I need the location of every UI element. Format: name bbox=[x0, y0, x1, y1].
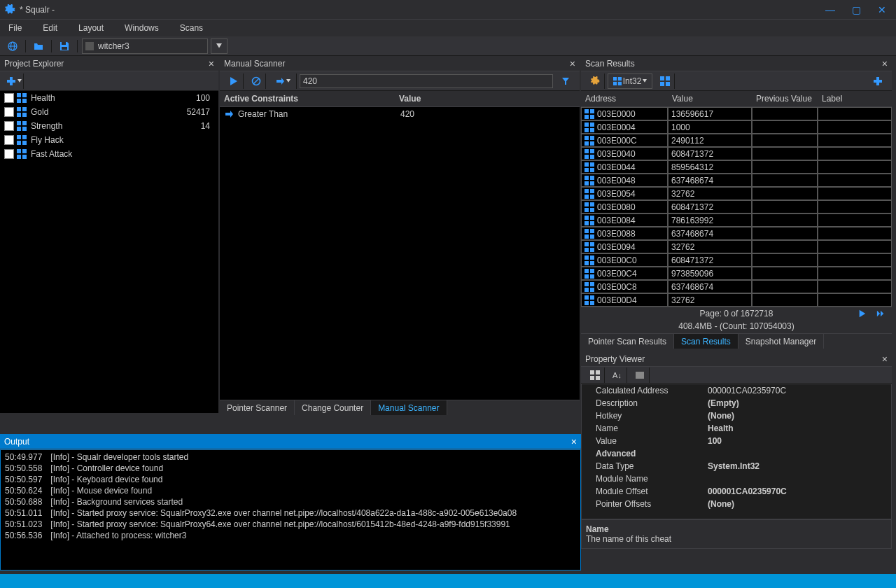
output-line: 50:49.977 [Info] - Squalr developer tool… bbox=[5, 451, 576, 463]
property-row[interactable]: Calculated Address000001CA0235970C bbox=[582, 384, 891, 397]
result-row[interactable]: 003E00D432762 bbox=[581, 293, 892, 307]
tab-manual-scanner[interactable]: Manual Scanner bbox=[371, 400, 447, 415]
results-refresh-button[interactable] bbox=[585, 74, 605, 89]
window-title: * Squalr - bbox=[20, 5, 825, 15]
result-row[interactable]: 003E0084786163992 bbox=[581, 214, 892, 227]
result-row[interactable]: 003E0048637468674 bbox=[581, 174, 892, 187]
property-row[interactable]: Hotkey(None) bbox=[582, 410, 891, 422]
property-row[interactable]: Description(Empty) bbox=[582, 397, 891, 410]
prop-page-button[interactable] bbox=[630, 368, 650, 383]
scan-filter-button[interactable] bbox=[556, 74, 575, 89]
constraints-header: Active Constraints bbox=[224, 94, 399, 104]
result-row[interactable]: 003E0088637468674 bbox=[581, 227, 892, 240]
grid-icon bbox=[584, 176, 594, 186]
globe-button[interactable] bbox=[4, 38, 21, 54]
property-viewer-close[interactable]: × bbox=[882, 354, 888, 365]
grid-icon bbox=[17, 107, 27, 117]
page-last-icon[interactable] bbox=[876, 309, 885, 318]
property-row[interactable]: Pointer Offsets(None) bbox=[582, 498, 891, 510]
project-item[interactable]: Fly Hack bbox=[0, 133, 218, 147]
data-type-selector[interactable]: Int32 bbox=[608, 74, 652, 89]
result-row[interactable]: 003E009432762 bbox=[581, 240, 892, 253]
constraint-row[interactable]: Greater Than 420 bbox=[220, 107, 580, 121]
grid-icon bbox=[17, 121, 27, 131]
property-category[interactable]: Advanced bbox=[582, 447, 891, 460]
checkbox[interactable] bbox=[4, 121, 14, 131]
project-explorer-close[interactable]: × bbox=[209, 58, 214, 69]
grid-icon bbox=[584, 282, 594, 292]
grid-icon bbox=[584, 162, 594, 172]
tab-snapshot-manager[interactable]: Snapshot Manager bbox=[738, 334, 824, 349]
grid-icon bbox=[584, 136, 594, 146]
result-row[interactable]: 003E0000136596617 bbox=[581, 107, 892, 120]
project-item[interactable]: Gold52417 bbox=[0, 105, 218, 119]
prop-sort-button[interactable]: A↓ bbox=[608, 368, 627, 383]
project-explorer-header: Project Explorer × bbox=[0, 56, 218, 71]
menu-file[interactable]: File bbox=[4, 22, 26, 34]
minimize-button[interactable]: — bbox=[825, 4, 835, 15]
scan-value-input[interactable] bbox=[300, 74, 553, 88]
checkbox[interactable] bbox=[4, 93, 14, 103]
output-line: 50:50.624 [Info] - Mouse device found bbox=[5, 485, 576, 496]
property-row[interactable]: NameHealth bbox=[582, 422, 891, 435]
result-row[interactable]: 003E00C4973859096 bbox=[581, 267, 892, 280]
project-item[interactable]: Health100 bbox=[0, 91, 218, 105]
add-item-button[interactable] bbox=[4, 74, 24, 89]
result-row[interactable]: 003E0044859564312 bbox=[581, 160, 892, 174]
prop-categorize-button[interactable] bbox=[585, 368, 605, 383]
grid-icon bbox=[584, 269, 594, 279]
main-toolbar: witcher3 bbox=[0, 36, 896, 56]
page-next-icon[interactable] bbox=[858, 309, 867, 318]
maximize-button[interactable]: ▢ bbox=[852, 4, 861, 15]
scan-results-close[interactable]: × bbox=[882, 58, 888, 69]
result-row[interactable]: 003E0080608471372 bbox=[581, 200, 892, 214]
open-button[interactable] bbox=[30, 38, 47, 54]
process-selector[interactable]: witcher3 bbox=[82, 38, 208, 54]
grid-icon bbox=[584, 242, 594, 252]
manual-scanner-close[interactable]: × bbox=[570, 58, 575, 69]
tab-pointer-scan-results[interactable]: Pointer Scan Results bbox=[581, 334, 674, 349]
grid-icon bbox=[584, 109, 594, 119]
menu-windows[interactable]: Windows bbox=[120, 22, 163, 34]
tab-change-counter[interactable]: Change Counter bbox=[295, 400, 371, 415]
process-name: witcher3 bbox=[98, 41, 130, 51]
result-row[interactable]: 003E00C0608471372 bbox=[581, 253, 892, 267]
property-row[interactable]: Module Offset000001CA0235970C bbox=[582, 485, 891, 498]
project-item[interactable]: Strength14 bbox=[0, 119, 218, 133]
close-button[interactable]: ✕ bbox=[878, 4, 886, 15]
process-dropdown[interactable] bbox=[211, 38, 227, 54]
titlebar: * Squalr - — ▢ ✕ bbox=[0, 0, 896, 20]
property-row[interactable]: Data TypeSystem.Int32 bbox=[582, 460, 891, 472]
grid-icon bbox=[584, 255, 594, 265]
save-button[interactable] bbox=[56, 38, 73, 54]
result-row[interactable]: 003E00041000 bbox=[581, 120, 892, 134]
grid-icon bbox=[584, 295, 594, 305]
output-close[interactable]: × bbox=[571, 436, 577, 447]
results-grid-button[interactable] bbox=[655, 74, 675, 89]
grid-icon bbox=[584, 202, 594, 212]
result-row[interactable]: 003E00C8637468674 bbox=[581, 280, 892, 293]
result-row[interactable]: 003E000C2490112 bbox=[581, 134, 892, 147]
scan-constraint-button[interactable] bbox=[269, 74, 297, 89]
menu-layout[interactable]: Layout bbox=[74, 22, 108, 34]
scan-stop-button[interactable] bbox=[246, 74, 266, 89]
property-row[interactable]: Module Name bbox=[582, 472, 891, 485]
manual-scanner-header: Manual Scanner × bbox=[220, 56, 580, 71]
checkbox[interactable] bbox=[4, 135, 14, 145]
result-row[interactable]: 003E005432762 bbox=[581, 187, 892, 200]
grid-icon bbox=[17, 93, 27, 103]
scan-start-button[interactable] bbox=[224, 74, 244, 89]
tab-pointer-scanner[interactable]: Pointer Scanner bbox=[220, 400, 295, 415]
results-add-button[interactable] bbox=[868, 74, 888, 89]
project-item[interactable]: Fast Attack bbox=[0, 147, 218, 161]
checkbox[interactable] bbox=[4, 149, 14, 159]
checkbox[interactable] bbox=[4, 107, 14, 117]
property-row[interactable]: Value100 bbox=[582, 435, 891, 447]
menubar: File Edit Layout Windows Scans bbox=[0, 20, 896, 36]
scan-results-tabs: Pointer Scan ResultsScan ResultsSnapshot… bbox=[581, 333, 892, 349]
menu-scans[interactable]: Scans bbox=[176, 22, 207, 34]
result-row[interactable]: 003E0040608471372 bbox=[581, 147, 892, 160]
grid-icon bbox=[584, 229, 594, 239]
menu-edit[interactable]: Edit bbox=[38, 22, 62, 34]
tab-scan-results[interactable]: Scan Results bbox=[674, 334, 738, 349]
